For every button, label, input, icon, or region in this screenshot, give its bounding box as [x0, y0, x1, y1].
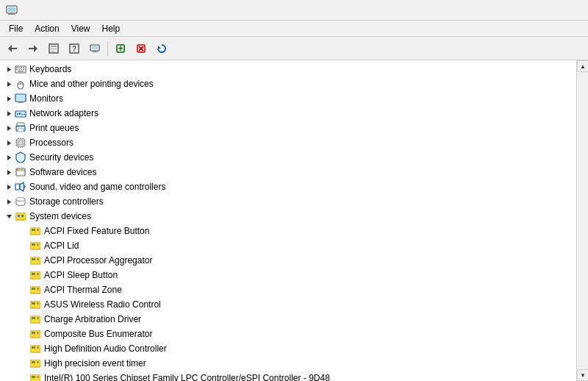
svg-marker-23 [158, 46, 161, 49]
menu-bar: File Action View Help [0, 21, 588, 37]
svg-rect-32 [21, 69, 22, 71]
help-button[interactable]: ? [65, 39, 84, 58]
tree-item-asus-wrc[interactable]: ASUS Wireless Radio Control [0, 297, 576, 312]
tree-item-software[interactable]: Software devices [0, 165, 576, 179]
label-hpet: High precision event timer [44, 358, 146, 368]
tree-item-composite-bus[interactable]: Composite Bus Enumerator [0, 327, 576, 341]
refresh-button[interactable] [152, 39, 171, 58]
tree-item-processors[interactable]: Processors [0, 135, 576, 150]
tree-item-network[interactable]: Network adapters [0, 106, 576, 121]
svg-rect-42 [19, 102, 22, 102]
svg-rect-57 [18, 140, 23, 145]
tree-item-acpi-lid[interactable]: ACPI Lid [0, 238, 576, 253]
svg-marker-70 [7, 155, 11, 160]
menu-view[interactable]: View [65, 22, 96, 35]
toggle-system[interactable] [3, 210, 15, 222]
label-intel-lpc: Intel(R) 100 Series Chipset Family LPC C… [44, 373, 330, 381]
svg-rect-29 [23, 67, 24, 68]
svg-rect-26 [16, 67, 18, 68]
toggle-monitors[interactable] [3, 93, 15, 104]
toggle-print[interactable] [3, 122, 15, 134]
tree-item-charge-arb[interactable]: Charge Arbitration Driver [0, 312, 576, 327]
icon-storage [15, 196, 26, 207]
tree-item-acpi-ffb[interactable]: ACPI Fixed Feature Button [0, 224, 576, 238]
back-button[interactable] [3, 39, 22, 58]
forward-button[interactable] [24, 39, 43, 58]
svg-point-75 [19, 169, 21, 171]
label-charge-arb: Charge Arbitration Driver [44, 314, 141, 324]
svg-rect-27 [18, 67, 20, 68]
svg-rect-28 [21, 67, 22, 68]
svg-rect-130 [37, 376, 39, 378]
svg-point-81 [16, 198, 25, 202]
svg-rect-110 [37, 302, 39, 305]
tree-item-system[interactable]: System devices [0, 209, 576, 224]
tree-item-storage[interactable]: Storage controllers [0, 194, 576, 209]
toggle-keyboards[interactable] [3, 63, 15, 75]
svg-rect-5 [11, 48, 17, 49]
scroll-track[interactable] [577, 72, 588, 369]
scrollbar[interactable]: ▲ ▼ [576, 60, 588, 381]
label-keyboards: Keyboards [29, 64, 71, 74]
svg-rect-90 [37, 229, 39, 231]
icon-acpi-lid [29, 240, 41, 252]
svg-marker-79 [7, 199, 11, 204]
svg-rect-85 [18, 215, 20, 217]
menu-help[interactable]: Help [96, 22, 126, 35]
toggle-network[interactable] [3, 107, 15, 119]
icon-system [15, 210, 26, 222]
tree-item-sound[interactable]: Sound, video and game controllers [0, 179, 576, 194]
toggle-software[interactable] [3, 166, 15, 178]
label-sound: Sound, video and game controllers [29, 182, 165, 192]
scan-button[interactable]: + [111, 39, 130, 58]
svg-rect-17 [92, 51, 98, 52]
svg-rect-11 [51, 51, 54, 51]
uninstall-button[interactable] [132, 39, 151, 58]
toggle-security[interactable] [3, 152, 15, 163]
menu-file[interactable]: File [3, 22, 29, 35]
label-acpi-ffb: ACPI Fixed Feature Button [44, 226, 149, 236]
main-content: KeyboardsMice and other pointing devices… [0, 60, 588, 381]
toolbar: ? + [0, 37, 588, 60]
tree-item-monitors[interactable]: Monitors [0, 91, 576, 106]
device-tree[interactable]: KeyboardsMice and other pointing devices… [0, 60, 576, 381]
icon-hpet [29, 357, 41, 369]
tree-item-hda-ctrl[interactable]: High Definition Audio Controller [0, 341, 576, 356]
minimize-button[interactable] [481, 0, 514, 21]
properties-button[interactable] [44, 39, 63, 58]
svg-rect-78 [15, 184, 20, 190]
tree-item-security[interactable]: Security devices [0, 150, 576, 165]
icon-intel-lpc [29, 372, 41, 381]
toggle-processors[interactable] [3, 137, 15, 149]
scroll-up-arrow[interactable]: ▲ [577, 60, 588, 72]
svg-rect-10 [51, 49, 57, 49]
tree-item-hpet[interactable]: High precision event timer [0, 356, 576, 371]
toggle-mice[interactable] [3, 78, 15, 90]
svg-rect-98 [37, 258, 39, 260]
tree-item-mice[interactable]: Mice and other pointing devices [0, 76, 576, 91]
menu-action[interactable]: Action [29, 22, 65, 35]
toggle-sound[interactable] [3, 181, 15, 193]
maximize-button[interactable] [514, 0, 548, 21]
svg-rect-9 [51, 46, 57, 47]
svg-rect-101 [32, 273, 35, 275]
close-button[interactable] [548, 0, 582, 21]
tree-item-acpi-pa[interactable]: ACPI Processor Aggregator [0, 253, 576, 268]
label-print: Print queues [29, 123, 79, 133]
tree-item-acpi-tz[interactable]: ACPI Thermal Zone [0, 282, 576, 297]
tree-item-print[interactable]: Print queues [0, 121, 576, 135]
display-button[interactable] [85, 39, 104, 58]
tree-item-acpi-sb[interactable]: ACPI Sleep Button [0, 268, 576, 282]
svg-rect-34 [18, 71, 24, 72]
icon-charge-arb [29, 313, 41, 325]
scroll-down-arrow[interactable]: ▼ [577, 369, 588, 381]
tree-item-keyboards[interactable]: Keyboards [0, 62, 576, 76]
svg-rect-117 [32, 332, 35, 334]
toggle-storage[interactable] [3, 196, 15, 207]
label-asus-wrc: ASUS Wireless Radio Control [44, 299, 161, 310]
icon-software [15, 166, 26, 178]
svg-text:+: + [118, 43, 123, 54]
svg-rect-113 [32, 317, 35, 319]
tree-item-intel-lpc[interactable]: Intel(R) 100 Series Chipset Family LPC C… [0, 371, 576, 381]
svg-point-76 [21, 169, 23, 171]
